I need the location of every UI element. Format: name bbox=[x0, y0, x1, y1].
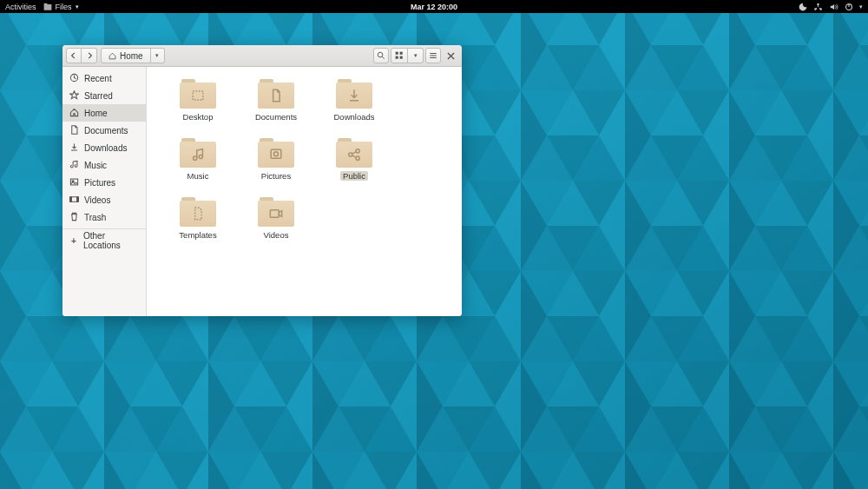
sidebar-item-music[interactable]: Music bbox=[62, 156, 146, 174]
folder-label: Videos bbox=[264, 230, 289, 240]
network-icon bbox=[813, 3, 823, 11]
hamburger-menu[interactable] bbox=[425, 48, 441, 63]
home-icon bbox=[69, 108, 79, 119]
svg-line-18 bbox=[382, 56, 385, 59]
nav-buttons bbox=[66, 48, 97, 63]
download-icon bbox=[69, 142, 79, 154]
svg-rect-30 bbox=[70, 196, 72, 202]
path-dropdown[interactable]: ▾ bbox=[151, 48, 165, 63]
music-icon bbox=[69, 160, 79, 171]
svg-rect-22 bbox=[400, 56, 403, 59]
folder-label: Desktop bbox=[183, 112, 214, 122]
sidebar-item-label: Videos bbox=[84, 195, 110, 205]
svg-point-12 bbox=[817, 3, 819, 5]
chevron-left-icon bbox=[70, 52, 77, 59]
video-icon bbox=[69, 195, 79, 206]
folder-icon bbox=[258, 195, 294, 227]
activities-button[interactable]: Activities bbox=[5, 3, 36, 11]
sidebar-other-locations[interactable]: +Other Locations bbox=[62, 232, 146, 249]
path-segment-home[interactable]: Home bbox=[101, 48, 151, 63]
svg-rect-10 bbox=[43, 3, 51, 10]
sidebar-item-label: Documents bbox=[84, 126, 128, 135]
document-icon bbox=[69, 125, 79, 136]
home-icon bbox=[108, 52, 116, 60]
folder-public[interactable]: Public bbox=[315, 133, 393, 192]
window-titlebar: Home ▾ ▾ bbox=[62, 45, 462, 67]
svg-point-17 bbox=[378, 52, 383, 57]
sidebar-item-label: Starred bbox=[84, 91, 113, 101]
folder-icon bbox=[180, 195, 216, 227]
grid-icon bbox=[395, 51, 404, 60]
power-icon bbox=[845, 3, 853, 11]
star-icon bbox=[69, 90, 79, 102]
app-menu-label: Files bbox=[56, 3, 72, 11]
sidebar-item-documents[interactable]: Documents bbox=[62, 122, 146, 139]
app-menu[interactable]: Files ▾ bbox=[43, 3, 79, 11]
chevron-right-icon bbox=[86, 52, 93, 59]
clock[interactable]: Mar 12 20:00 bbox=[411, 3, 457, 11]
svg-rect-40 bbox=[270, 210, 279, 217]
files-window: Home ▾ ▾ RecentStarredHomeDocumentsDownl… bbox=[62, 45, 462, 316]
chevron-down-icon: ▾ bbox=[76, 3, 79, 10]
folder-label: Documents bbox=[255, 112, 297, 122]
sidebar-item-starred[interactable]: Starred bbox=[62, 87, 146, 104]
folder-desktop[interactable]: Desktop bbox=[159, 74, 237, 133]
top-panel: Activities Files ▾ Mar 12 20:00 ▾ bbox=[0, 0, 868, 13]
night-light-icon bbox=[799, 3, 807, 11]
system-status-area[interactable]: ▾ bbox=[799, 3, 863, 11]
download-icon bbox=[336, 83, 372, 109]
plus-icon: + bbox=[69, 236, 78, 246]
folder-label: Public bbox=[340, 171, 368, 181]
trash-icon bbox=[69, 212, 79, 223]
picture-icon bbox=[258, 142, 294, 168]
folder-videos[interactable]: Videos bbox=[237, 192, 315, 251]
folder-icon bbox=[336, 136, 372, 168]
view-toggle-button[interactable] bbox=[391, 48, 408, 63]
path-segment-label: Home bbox=[120, 51, 143, 61]
svg-rect-35 bbox=[271, 149, 281, 158]
share-icon bbox=[336, 142, 372, 168]
desktop-icon bbox=[180, 83, 216, 109]
folder-downloads[interactable]: Downloads bbox=[315, 74, 393, 133]
places-sidebar: RecentStarredHomeDocumentsDownloadsMusic… bbox=[62, 67, 147, 316]
folder-pictures[interactable]: Pictures bbox=[237, 133, 315, 192]
template-icon bbox=[180, 201, 216, 227]
sidebar-item-recent[interactable]: Recent bbox=[62, 69, 146, 87]
folder-icon bbox=[258, 136, 294, 168]
folder-documents[interactable]: Documents bbox=[237, 74, 315, 133]
svg-rect-32 bbox=[193, 91, 203, 100]
sidebar-item-label: Trash bbox=[84, 213, 106, 222]
files-app-icon bbox=[43, 3, 52, 11]
sidebar-item-label: Home bbox=[84, 109, 108, 118]
sidebar-item-videos[interactable]: Videos bbox=[62, 191, 146, 208]
music-icon bbox=[180, 142, 216, 168]
svg-rect-31 bbox=[77, 196, 79, 202]
search-button[interactable] bbox=[373, 48, 389, 63]
sidebar-item-pictures[interactable]: Pictures bbox=[62, 174, 146, 191]
sidebar-item-trash[interactable]: Trash bbox=[62, 208, 146, 226]
sidebar-item-downloads[interactable]: Downloads bbox=[62, 139, 146, 156]
back-button[interactable] bbox=[66, 48, 82, 63]
folder-icon bbox=[258, 77, 294, 109]
folder-templates[interactable]: Templates bbox=[159, 192, 237, 251]
sidebar-item-home[interactable]: Home bbox=[62, 104, 146, 122]
svg-rect-20 bbox=[400, 52, 403, 55]
chevron-down-icon: ▾ bbox=[859, 3, 863, 10]
folder-label: Pictures bbox=[261, 171, 291, 181]
close-button[interactable] bbox=[443, 48, 458, 63]
folder-label: Music bbox=[187, 171, 209, 181]
folder-music[interactable]: Music bbox=[159, 133, 237, 192]
menu-icon bbox=[429, 51, 437, 60]
folder-label: Downloads bbox=[334, 112, 375, 122]
sidebar-separator bbox=[62, 228, 146, 229]
folder-icon bbox=[180, 77, 216, 109]
svg-point-36 bbox=[274, 152, 279, 156]
view-options-button[interactable]: ▾ bbox=[408, 48, 424, 63]
clock-icon bbox=[69, 73, 79, 84]
icon-view[interactable]: Desktop Documents Downloads Music Pictur… bbox=[147, 67, 462, 316]
sidebar-item-label: Downloads bbox=[84, 143, 127, 153]
sidebar-item-label: Other Locations bbox=[83, 231, 139, 250]
folder-icon bbox=[180, 136, 216, 168]
svg-rect-21 bbox=[396, 56, 398, 59]
forward-button[interactable] bbox=[82, 48, 97, 63]
